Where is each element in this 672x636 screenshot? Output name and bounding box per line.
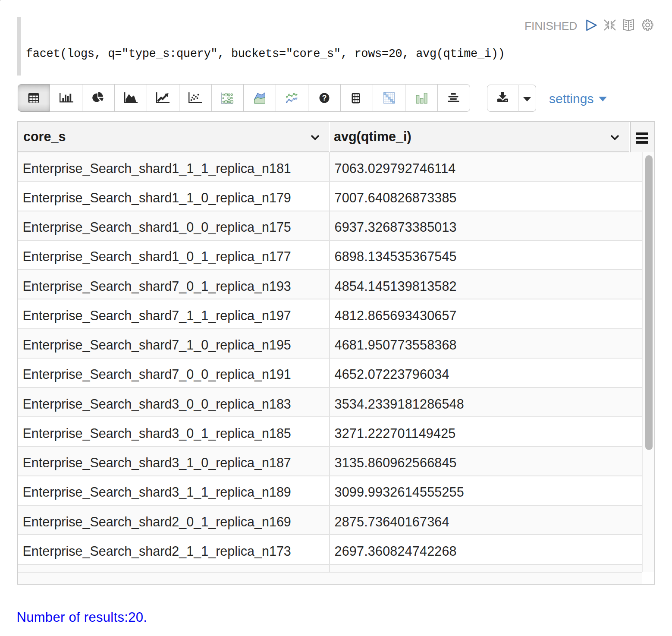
svg-text:?: ? [322, 94, 327, 102]
